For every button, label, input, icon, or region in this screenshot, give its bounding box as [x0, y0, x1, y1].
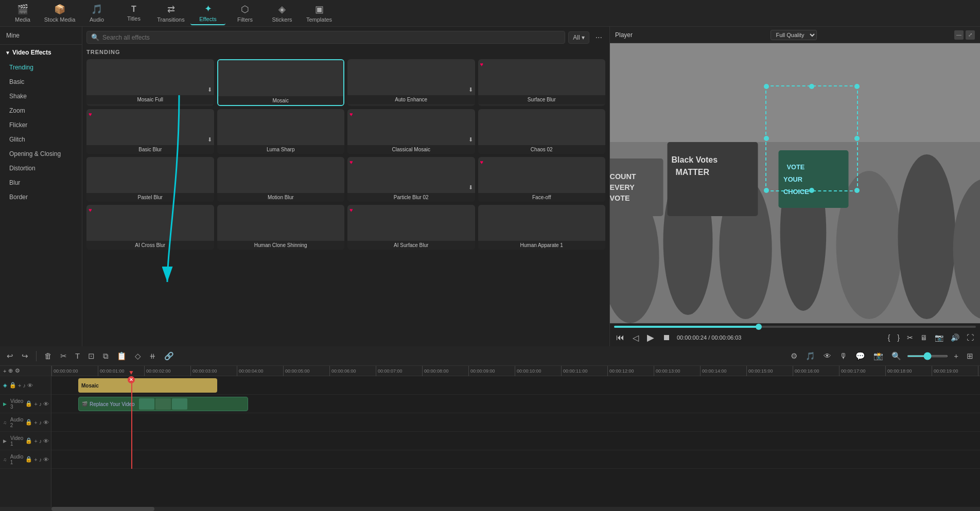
audio2-eye[interactable]: 👁	[43, 419, 49, 426]
track-lock2-button[interactable]: 🔒	[25, 400, 32, 407]
effect-card-particle-blur-02[interactable]: ♥ ⬇ Particle Blur 02	[347, 157, 475, 202]
sidebar-item-flicker[interactable]: Flicker	[0, 118, 82, 132]
add-track-button[interactable]: +	[3, 368, 6, 374]
track-eye2-button[interactable]: 👁	[43, 400, 49, 407]
delete-button[interactable]: 🗑	[42, 350, 55, 361]
progress-bar[interactable]	[614, 326, 976, 328]
timeline-scrollbar-thumb[interactable]	[51, 507, 154, 511]
audio2-add[interactable]: +	[34, 419, 37, 426]
play-button[interactable]: ▶	[645, 331, 656, 344]
effect-card-basic-blur[interactable]: ♥ ⬇ Basic Blur	[86, 109, 214, 154]
stop-button[interactable]: ⏹	[660, 332, 673, 343]
sidebar-item-border[interactable]: Border	[0, 190, 82, 204]
track-audio-button[interactable]: ♪	[23, 382, 26, 389]
track-settings-button[interactable]: ⚙	[788, 350, 800, 362]
effect-card-classical-mosaic[interactable]: ♥ ⬇ Classical Mosaic	[347, 109, 475, 154]
audio1-eye[interactable]: 👁	[43, 456, 49, 463]
more-options-button[interactable]: ···	[592, 32, 605, 43]
crop-button[interactable]: ⊡	[85, 350, 97, 362]
effect-card-pastel-blur[interactable]: Pastel Blur	[86, 157, 214, 202]
effect-card-ai-cross-blur[interactable]: ♥ AI Cross Blur	[86, 205, 214, 250]
sidebar-item-blur[interactable]: Blur	[0, 175, 82, 190]
split-button[interactable]: ⧺	[147, 350, 159, 362]
sidebar-item-distortion[interactable]: Distortion	[0, 161, 82, 175]
sidebar-item-trending[interactable]: Trending	[0, 60, 82, 75]
eye-button[interactable]: 👁	[821, 350, 834, 361]
search-input[interactable]	[102, 34, 561, 41]
minimize-button[interactable]: —	[954, 30, 964, 40]
effect-card-ai-surface-blur[interactable]: ♥ AI Surface Blur	[347, 205, 475, 250]
video-effects-header[interactable]: ▼ Video Effects	[0, 45, 82, 60]
tool-effects[interactable]: ✦ Effects	[190, 2, 225, 25]
snap-button[interactable]: ⊕	[8, 367, 13, 374]
audio1-add[interactable]: +	[34, 456, 37, 463]
effect-card-human-apparate[interactable]: Human Apparate 1	[478, 205, 606, 250]
tool-titles[interactable]: T Titles	[116, 2, 151, 25]
video-clip[interactable]: 🎬 Replace Your Video	[78, 397, 248, 411]
tool-transitions[interactable]: ⇄ Transitions	[153, 2, 188, 25]
effect-card-motion-blur[interactable]: Motion Blur	[217, 157, 345, 202]
link-button[interactable]: 🔗	[162, 350, 177, 362]
tool-filters[interactable]: ⬡ Filters	[227, 2, 262, 25]
audio2-mute[interactable]: ♪	[39, 419, 42, 426]
playhead-marker[interactable]: ✕	[128, 376, 135, 383]
timeline-settings-button[interactable]: ⚙	[15, 367, 20, 374]
sidebar-item-glitch[interactable]: Glitch	[0, 132, 82, 147]
quality-select[interactable]: Full Quality	[771, 30, 817, 40]
track-add2-button[interactable]: +	[34, 400, 37, 407]
effect-card-surface-blur[interactable]: ♥ Surface Blur	[478, 59, 606, 106]
video1-audio[interactable]: ♪	[39, 437, 42, 444]
sidebar-item-opening-closing[interactable]: Opening & Closing	[0, 147, 82, 161]
effect-card-luma-sharp[interactable]: Luma Sharp	[217, 109, 345, 154]
copy-button[interactable]: ⧉	[100, 350, 111, 362]
timeline-content[interactable]: 00:00:00:00 00:00:01:00 00:00:02:00 00:0…	[51, 366, 980, 507]
cut-button[interactable]: ✂	[58, 350, 69, 362]
zoom-out-button[interactable]: 🔍	[889, 350, 904, 362]
mark-in-button[interactable]: {	[886, 332, 892, 343]
effect-card-mosaic-full[interactable]: ⬇ Mosaic Full	[86, 59, 214, 106]
tool-audio[interactable]: 🎵 Audio	[79, 2, 114, 25]
sidebar-item-basic[interactable]: Basic	[0, 75, 82, 89]
tool-templates[interactable]: ▣ Templates	[302, 2, 337, 25]
progress-thumb[interactable]	[756, 324, 762, 330]
track-eye-button[interactable]: 👁	[27, 382, 33, 389]
audio1-mute[interactable]: ♪	[39, 456, 42, 463]
audio-button[interactable]: 🎵	[803, 350, 818, 362]
screen-button[interactable]: 🖥	[918, 332, 930, 343]
effect-card-mosaic[interactable]: Mosaic	[217, 59, 345, 106]
sidebar-item-shake[interactable]: Shake	[0, 89, 82, 103]
zoom-slider[interactable]	[907, 355, 948, 357]
tool-stickers[interactable]: ◈ Stickers	[265, 2, 300, 25]
snapshot-button[interactable]: 📸	[871, 350, 886, 362]
timeline-scrollbar[interactable]	[0, 507, 980, 511]
text-button[interactable]: T	[73, 350, 82, 361]
undo-button[interactable]: ↩	[4, 350, 16, 362]
audio1-lock[interactable]: 🔒	[25, 456, 32, 463]
effect-card-chaos-02[interactable]: Chaos 02	[478, 109, 606, 154]
paste-button[interactable]: 📋	[114, 350, 129, 362]
mark-out-button[interactable]: }	[895, 332, 902, 343]
redo-button[interactable]: ↪	[19, 350, 31, 362]
effect-card-auto-enhance[interactable]: ⬇ Auto Enhance	[347, 59, 475, 106]
zoom-in-button[interactable]: +	[951, 350, 961, 361]
effect-clip-mosaic[interactable]: Mosaic	[78, 378, 217, 393]
subtitle-button[interactable]: 💬	[853, 350, 868, 362]
video1-lock[interactable]: 🔒	[25, 437, 32, 444]
track-audio2-button[interactable]: ♪	[39, 400, 42, 407]
track-add-button[interactable]: +	[18, 382, 21, 389]
tool-stock-media[interactable]: 📦 Stock Media	[42, 2, 77, 25]
filter-button[interactable]: All ▾	[568, 31, 589, 44]
track-lock-button[interactable]: 🔒	[9, 382, 16, 389]
prev-frame-button[interactable]: ⏮	[614, 332, 626, 343]
video1-add[interactable]: +	[34, 437, 37, 444]
fullscreen-button[interactable]: ⛶	[965, 332, 976, 343]
mine-button[interactable]: Mine	[0, 27, 82, 45]
effect-card-human-clone[interactable]: Human Clone Shinning	[217, 205, 345, 250]
volume-button[interactable]: 🔊	[949, 332, 961, 343]
camera-button[interactable]: 📷	[933, 332, 946, 343]
mic-button[interactable]: 🎙	[837, 350, 850, 361]
keyframe-button[interactable]: ◇	[132, 350, 144, 362]
video1-eye[interactable]: 👁	[43, 437, 49, 444]
step-back-button[interactable]: ◁	[631, 332, 641, 344]
tool-media[interactable]: 🎬 Media	[5, 2, 40, 25]
